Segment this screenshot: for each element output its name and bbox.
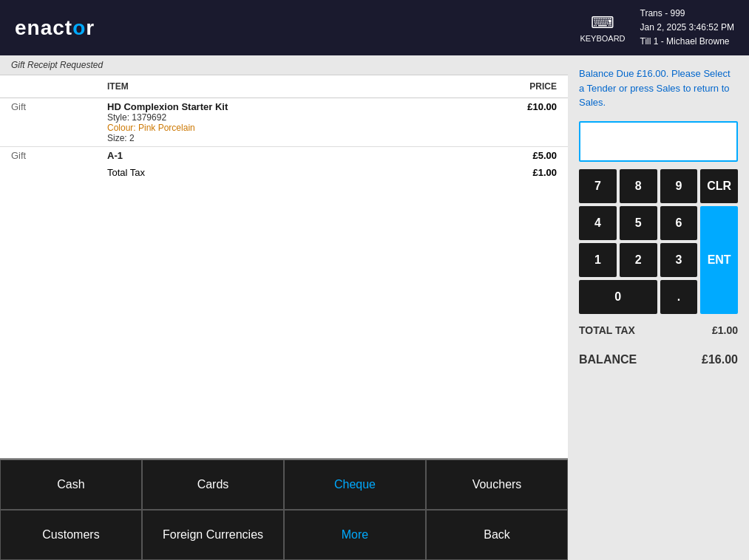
keyboard-button[interactable]: ⌨ KEYBOARD: [580, 13, 625, 43]
total-tax-label: Total Tax: [96, 164, 443, 181]
numpad-1-button[interactable]: 1: [579, 243, 617, 277]
header-right: ⌨ KEYBOARD Trans - 999 Jan 2, 2025 3:46:…: [580, 7, 734, 49]
balance-row: BALANCE £16.00: [579, 350, 738, 369]
total-tax-row: TOTAL TAX £1.00: [579, 321, 738, 339]
main-content: Gift Receipt Requested ITEM PRICE Gift H…: [0, 55, 749, 560]
numpad-8-button[interactable]: 8: [620, 169, 657, 203]
item-info: A-1: [96, 147, 443, 165]
numpad-7-button[interactable]: 7: [579, 169, 617, 203]
numpad-5-button[interactable]: 5: [620, 206, 657, 240]
item-name: A-1: [107, 150, 432, 161]
total-tax-value: £1.00: [443, 164, 568, 181]
numpad-4-button[interactable]: 4: [579, 206, 617, 240]
total-tax-table-row: Total Tax £1.00: [0, 164, 568, 181]
item-price: £10.00: [443, 98, 568, 147]
cheque-button[interactable]: Cheque: [284, 460, 426, 510]
numpad-2-button[interactable]: 2: [620, 243, 657, 277]
item-info: HD Complexion Starter Kit Style: 1379692…: [96, 98, 443, 147]
vouchers-button[interactable]: Vouchers: [426, 460, 568, 510]
logo: enactor: [15, 16, 95, 40]
balance-message: Balance Due £16.00. Please Select a Tend…: [579, 66, 738, 110]
header: enactor ⌨ KEYBOARD Trans - 999 Jan 2, 20…: [0, 0, 749, 55]
balance-value: £16.00: [702, 353, 738, 366]
item-detail: Size: 2: [107, 133, 432, 143]
keyboard-icon: ⌨: [591, 13, 614, 33]
col-header-item: [0, 75, 96, 98]
gift-receipt-bar: Gift Receipt Requested: [0, 55, 568, 75]
gift-receipt-text: Gift Receipt Requested: [11, 60, 103, 70]
numpad-clr-button[interactable]: CLR: [700, 169, 738, 203]
trans-label: Trans - 999: [640, 7, 734, 21]
total-tax-label: TOTAL TAX: [579, 324, 635, 336]
row-label: Gift: [0, 147, 96, 165]
col-header-price: PRICE: [443, 75, 568, 98]
numpad-ent-button[interactable]: ENT: [700, 206, 738, 314]
cash-button[interactable]: Cash: [0, 460, 142, 510]
customers-button[interactable]: Customers: [0, 510, 142, 560]
left-panel: Gift Receipt Requested ITEM PRICE Gift H…: [0, 55, 568, 560]
items-table: ITEM PRICE Gift HD Complexion Starter Ki…: [0, 75, 568, 458]
numpad-grid: 789CLR456ENT1230.: [579, 169, 738, 314]
col-header-item-name: ITEM: [96, 75, 443, 98]
balance-label: BALANCE: [579, 353, 637, 366]
keyboard-label: KEYBOARD: [580, 34, 625, 43]
item-detail: Style: 1379692: [107, 112, 432, 123]
more-button[interactable]: More: [284, 510, 426, 560]
total-tax-value: £1.00: [712, 324, 738, 336]
numpad-.-button[interactable]: .: [660, 280, 698, 314]
item-price: £5.00: [443, 147, 568, 165]
cards-button[interactable]: Cards: [142, 460, 284, 510]
numpad-0-button[interactable]: 0: [579, 280, 657, 314]
table-row: Gift A-1 £5.00: [0, 147, 568, 165]
numpad-display[interactable]: [579, 121, 738, 162]
item-name: HD Complexion Starter Kit: [107, 101, 432, 112]
row-label: Gift: [0, 98, 96, 147]
till-label: Till 1 - Michael Browne: [640, 35, 734, 49]
back-button[interactable]: Back: [426, 510, 568, 560]
bottom-buttons: Cash Cards Cheque Vouchers Customers For…: [0, 458, 568, 560]
item-detail: Colour: Pink Porcelain: [107, 123, 432, 133]
right-panel: Balance Due £16.00. Please Select a Tend…: [568, 55, 749, 560]
logo-highlight: o: [72, 16, 86, 39]
foreign-currencies-button[interactable]: Foreign Currencies: [142, 510, 284, 560]
numpad-9-button[interactable]: 9: [660, 169, 698, 203]
transaction-info: Trans - 999 Jan 2, 2025 3:46:52 PM Till …: [640, 7, 734, 49]
numpad-6-button[interactable]: 6: [660, 206, 698, 240]
date-label: Jan 2, 2025 3:46:52 PM: [640, 21, 734, 35]
table-row: Gift HD Complexion Starter Kit Style: 13…: [0, 98, 568, 147]
numpad-3-button[interactable]: 3: [660, 243, 698, 277]
